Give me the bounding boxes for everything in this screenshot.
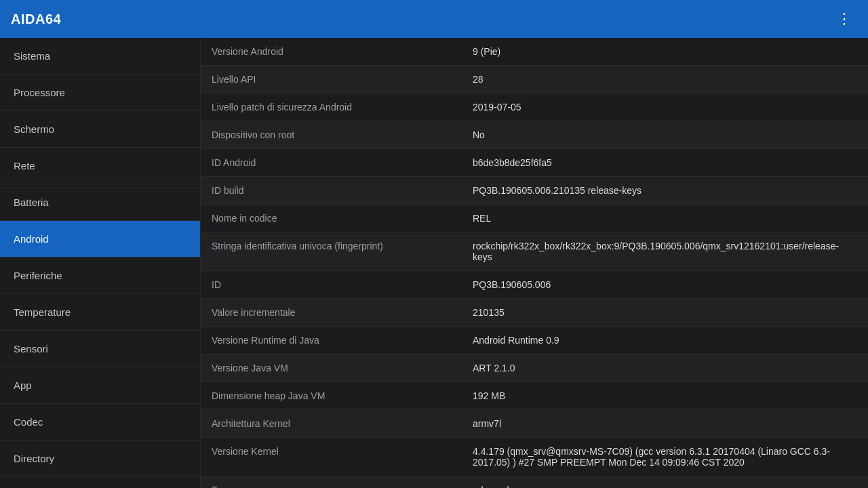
sidebar-item-processore[interactable]: Processore [0,75,200,111]
table-row: Versione Java VMART 2.1.0 [201,354,868,382]
table-row: Dimensione heap Java VM192 MB [201,382,868,410]
row-label: ID [201,271,462,299]
table-row: Stringa identificativa univoca (fingerpr… [201,232,868,271]
table-row: Livello patch di sicurezza Android2019-0… [201,94,868,121]
row-label: Nome in codice [201,205,462,232]
sidebar-item-rete[interactable]: Rete [0,148,200,184]
table-row: ID buildPQ3B.190605.006.210135 release-k… [201,177,868,205]
sidebar-item-schermo[interactable]: Schermo [0,111,200,148]
table-row: Architettura Kernelarmv7l [201,410,868,438]
row-value: release-keys [462,476,868,489]
table-row: Versione Kernel4.4.179 (qmx_srv@qmxsrv-M… [201,438,868,476]
sidebar-item-directory[interactable]: Directory [0,441,200,477]
row-label: Dimensione heap Java VM [201,382,462,410]
row-value: b6de3b8de25f6fa5 [462,149,868,177]
row-value: 192 MB [462,382,868,410]
sidebar-item-codec[interactable]: Codec [0,404,200,441]
sidebar-item-file-di-sistema[interactable]: File di sistema [0,477,200,488]
sidebar-item-temperature[interactable]: Temperature [0,294,200,331]
row-value: 210135 [462,299,868,327]
row-label: Dispositivo con root [201,121,462,149]
sidebar: SistemaProcessoreSchermoReteBatteriaAndr… [0,38,201,488]
table-row: Nome in codiceREL [201,205,868,232]
main-layout: SistemaProcessoreSchermoReteBatteriaAndr… [0,38,868,488]
table-row: Versione Android9 (Pie) [201,38,868,66]
row-label: Versione Java VM [201,354,462,382]
row-value: 4.4.179 (qmx_srv@qmxsrv-MS-7C09) (gcc ve… [462,438,868,476]
row-value: ART 2.1.0 [462,354,868,382]
sidebar-item-sistema[interactable]: Sistema [0,38,200,75]
app-title: AIDA64 [11,12,61,27]
row-label: Versione Runtime di Java [201,327,462,354]
sidebar-item-batteria[interactable]: Batteria [0,184,200,221]
row-label: Versione Kernel [201,438,462,476]
row-label: Stringa identificativa univoca (fingerpr… [201,232,462,271]
row-label: Livello API [201,66,462,94]
table-row: Livello API28 [201,66,868,94]
row-label: ID build [201,177,462,205]
row-value: 28 [462,66,868,94]
sidebar-item-app[interactable]: App [0,367,200,404]
row-value: PQ3B.190605.006.210135 release-keys [462,177,868,205]
row-label: Tag [201,476,462,489]
row-label: Valore incrementale [201,299,462,327]
table-row: Versione Runtime di JavaAndroid Runtime … [201,327,868,354]
content-area: Versione Android9 (Pie)Livello API28Live… [201,38,868,488]
table-row: Dispositivo con rootNo [201,121,868,149]
row-label: Livello patch di sicurezza Android [201,94,462,121]
row-value: No [462,121,868,149]
app-header: AIDA64 ⋮ [0,0,868,38]
row-value: Android Runtime 0.9 [462,327,868,354]
row-label: ID Android [201,149,462,177]
sidebar-item-android[interactable]: Android [0,221,200,258]
table-row: ID Androidb6de3b8de25f6fa5 [201,149,868,177]
row-label: Versione Android [201,38,462,66]
row-value: 2019-07-05 [462,94,868,121]
row-value: armv7l [462,410,868,438]
row-label: Architettura Kernel [201,410,462,438]
sidebar-item-periferiche[interactable]: Periferiche [0,258,200,294]
table-row: IDPQ3B.190605.006 [201,271,868,299]
table-row: Valore incrementale210135 [201,299,868,327]
menu-icon[interactable]: ⋮ [831,7,857,30]
row-value: PQ3B.190605.006 [462,271,868,299]
row-value: 9 (Pie) [462,38,868,66]
row-value: REL [462,205,868,232]
info-table: Versione Android9 (Pie)Livello API28Live… [201,38,868,488]
row-value: rockchip/rk322x_box/rk322x_box:9/PQ3B.19… [462,232,868,271]
table-row: Tagrelease-keys [201,476,868,489]
sidebar-item-sensori[interactable]: Sensori [0,331,200,367]
